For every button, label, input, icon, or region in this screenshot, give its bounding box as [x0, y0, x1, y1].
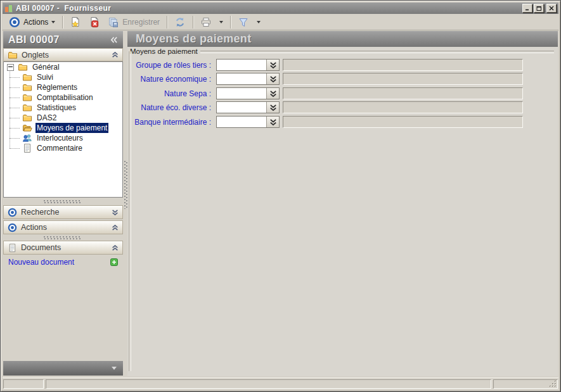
panel-header-recherche[interactable]: Recherche: [3, 205, 123, 219]
note-icon: [8, 243, 17, 253]
actions-menu-label: Actions: [23, 18, 48, 27]
combo-nature-sepa[interactable]: [216, 87, 280, 99]
chevron-double-up-icon: [112, 224, 119, 231]
window-title: ABI 00007 - Fournisseur: [16, 4, 521, 13]
status-panel-1: [3, 379, 44, 389]
panel-header-actions[interactable]: Actions: [3, 220, 123, 234]
chevron-double-down-icon[interactable]: [266, 102, 279, 113]
new-document-button[interactable]: [66, 15, 85, 30]
combo-nature-eco-diverse[interactable]: [216, 101, 280, 113]
sidebar-collapse-button[interactable]: [110, 36, 118, 44]
combo-input[interactable]: [217, 117, 266, 127]
sidebar-header: ABI 00007: [3, 31, 123, 48]
field-display: [283, 116, 523, 128]
chevron-double-down-icon[interactable]: [266, 73, 279, 84]
documents-panel-body: Nouveau document: [3, 256, 123, 268]
tree-item-interlocuteurs[interactable]: Interlocuteurs: [4, 133, 122, 143]
panel-label: Recherche: [21, 208, 112, 217]
tree-item-suivi[interactable]: Suivi: [4, 72, 122, 82]
field-label: Groupe de rôles tiers :: [132, 61, 211, 70]
chevron-down-icon: [51, 21, 55, 23]
tree-collapse-icon[interactable]: [7, 64, 14, 71]
tree-item-general[interactable]: Général: [4, 62, 122, 72]
toolbar-separator: [167, 16, 167, 28]
tree-item-commentaire[interactable]: Commentaire: [4, 143, 122, 153]
titlebar: ABI 00007 - Fournisseur: [3, 3, 558, 14]
panel-splitter[interactable]: [3, 236, 123, 239]
chevron-double-down-icon: [112, 209, 119, 216]
print-dropdown-button[interactable]: [216, 19, 227, 25]
field-label: Nature éco. diverse :: [132, 103, 211, 112]
chevron-double-up-icon: [112, 51, 119, 58]
sidebar: ABI 00007 Onglets Général Suivi Règlemen…: [3, 31, 123, 376]
field-label: Nature Sepa :: [132, 89, 211, 98]
chevron-double-down-icon[interactable]: [266, 117, 279, 127]
app-icon: [4, 4, 13, 13]
folder-icon: [8, 50, 18, 60]
chevron-double-down-icon[interactable]: [266, 60, 279, 70]
new-document-link[interactable]: Nouveau document: [8, 258, 110, 267]
save-button[interactable]: Enregistrer: [104, 15, 164, 30]
tree-item-statistiques[interactable]: Statistiques: [4, 103, 122, 113]
tree-item-moyens-de-paiement[interactable]: Moyens de paiement: [4, 123, 122, 133]
refresh-icon: [174, 16, 186, 28]
app-window: ABI 00007 - Fournisseur Actions Enregist…: [0, 0, 561, 392]
sidebar-bottom-selector[interactable]: [3, 361, 123, 376]
resize-grip[interactable]: [549, 380, 557, 388]
close-button[interactable]: [546, 4, 557, 13]
tree-item-das2[interactable]: DAS2: [4, 113, 122, 123]
plus-icon[interactable]: [110, 258, 118, 266]
folder-icon: [22, 72, 32, 82]
filter-dropdown-button[interactable]: [253, 19, 264, 25]
groupbox-left-border: [129, 51, 131, 371]
groupbox-label: Moyens de paiement: [130, 47, 198, 55]
filter-button[interactable]: [234, 15, 253, 30]
save-icon: [108, 16, 119, 28]
minimize-button[interactable]: [522, 4, 532, 13]
combo-input[interactable]: [217, 60, 266, 70]
panel-label: Documents: [21, 243, 112, 252]
toolbar-separator: [230, 16, 231, 28]
actions-menu-button[interactable]: Actions: [5, 15, 59, 30]
panel-splitter[interactable]: [3, 200, 123, 203]
groupbox-line: [200, 51, 554, 53]
combo-input[interactable]: [217, 102, 266, 113]
panel-header-documents[interactable]: Documents: [3, 241, 123, 255]
folder-icon: [22, 103, 32, 113]
status-panel-3: [493, 379, 558, 389]
delete-button[interactable]: [85, 15, 104, 30]
combo-groupe-de-roles-tiers[interactable]: [216, 59, 280, 71]
tree-item-comptabilisation[interactable]: Comptabilisation: [4, 92, 122, 103]
chevron-double-down-icon[interactable]: [266, 88, 279, 99]
target-icon: [8, 208, 17, 217]
print-button[interactable]: [197, 15, 216, 30]
toolbar: Actions Enregistrer: [3, 14, 558, 30]
combo-banque-intermediaire[interactable]: [216, 116, 280, 128]
toolbar-separator: [62, 16, 63, 28]
field-display: [283, 87, 523, 99]
sidebar-splitter[interactable]: [123, 31, 127, 376]
delete-icon: [89, 16, 100, 28]
onglets-tree: Général Suivi Règlements Comptabilisatio…: [3, 61, 123, 198]
chevron-down-icon: [219, 21, 223, 23]
target-icon: [9, 16, 20, 28]
status-panel-2: [46, 379, 491, 389]
note-icon: [22, 143, 32, 153]
refresh-button[interactable]: [171, 15, 190, 30]
record-title: ABI 00007: [8, 34, 110, 46]
statusbar: [3, 377, 558, 389]
filter-icon: [238, 16, 249, 28]
combo-nature-economique[interactable]: [216, 73, 280, 85]
field-display: [283, 73, 523, 85]
people-icon: [22, 133, 32, 143]
chevron-double-left-icon: [110, 36, 118, 44]
combo-input[interactable]: [217, 73, 266, 84]
page-title: Moyens de paiement: [127, 31, 558, 47]
field-label: Banque intermédiaire :: [132, 118, 211, 127]
folder-icon: [18, 62, 28, 72]
combo-input[interactable]: [217, 88, 266, 99]
groupbox-header: Moyens de paiement: [130, 47, 554, 55]
panel-header-onglets[interactable]: Onglets: [3, 48, 123, 61]
tree-item-reglements[interactable]: Règlements: [4, 82, 122, 92]
maximize-button[interactable]: [534, 4, 544, 13]
